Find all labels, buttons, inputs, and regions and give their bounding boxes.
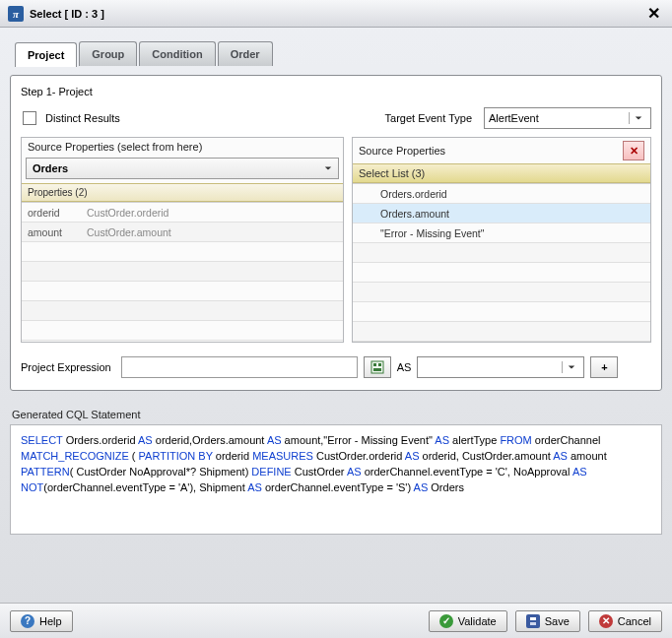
add-expression-button[interactable]: + (590, 356, 618, 378)
select-list-panel: Source Properties ✕ Select List (3) Orde… (352, 137, 651, 343)
as-label: AS (397, 361, 412, 373)
distinct-checkbox[interactable] (23, 111, 36, 125)
empty-row (353, 302, 650, 322)
properties-header-text: Properties (2) (28, 187, 88, 198)
validate-button[interactable]: ✓ Validate (429, 610, 507, 632)
dialog-body: Project Group Condition Order Step 1- Pr… (0, 28, 672, 603)
svg-rect-2 (378, 363, 381, 366)
expression-builder-button[interactable] (364, 356, 391, 378)
select-list-item[interactable]: Orders.orderid (353, 184, 650, 204)
project-expression-label: Project Expression (21, 361, 111, 373)
save-label: Save (545, 615, 570, 627)
empty-row (22, 282, 343, 301)
close-button[interactable]: ✕ (643, 4, 664, 23)
chevron-down-icon (324, 162, 332, 174)
target-event-type-value: AlertEvent (489, 112, 539, 124)
help-label: Help (39, 615, 62, 627)
select-list-title: Source Properties (359, 145, 445, 157)
svg-rect-1 (373, 363, 376, 366)
select-list-item-label: "Error - Missing Event" (380, 227, 484, 239)
properties-header[interactable]: Properties (2) (22, 183, 343, 202)
save-button[interactable]: Save (515, 610, 580, 632)
property-row[interactable]: orderid CustOrder.orderid (22, 203, 343, 223)
select-list-item[interactable]: "Error - Missing Event" (353, 223, 650, 243)
tab-project[interactable]: Project (15, 42, 77, 67)
select-list-item[interactable]: Orders.amount (353, 204, 650, 223)
cancel-label: Cancel (618, 615, 651, 627)
help-icon: ? (21, 614, 34, 628)
svg-rect-6 (530, 622, 536, 625)
chevron-down-icon (629, 112, 646, 124)
mid-grid: Source Properties (select from here) Ord… (21, 137, 651, 343)
property-name: orderid (28, 207, 87, 219)
source-properties-panel: Source Properties (select from here) Ord… (21, 137, 344, 343)
source-stream-value: Orders (33, 162, 68, 174)
target-event-type-select[interactable]: AlertEvent (484, 107, 651, 129)
select-list-item-label: Orders.amount (380, 208, 449, 220)
target-event-type-label: Target Event Type (385, 112, 472, 124)
source-properties-title-text: Source Properties (select from here) (28, 141, 202, 153)
empty-row (22, 262, 343, 282)
empty-row (353, 283, 650, 302)
tab-group[interactable]: Group (79, 41, 137, 66)
help-button[interactable]: ? Help (10, 610, 73, 632)
cql-title: Generated CQL Statement (12, 409, 662, 420)
titlebar: π Select [ ID : 3 ] ✕ (0, 0, 672, 28)
properties-grid: orderid CustOrder.orderid amount CustOrd… (22, 202, 343, 341)
svg-rect-0 (371, 361, 383, 373)
step-title: Step 1- Project (21, 86, 651, 97)
empty-row (353, 263, 650, 283)
window-title: Select [ ID : 3 ] (30, 8, 104, 20)
source-properties-title: Source Properties (select from here) (22, 138, 343, 156)
select-list-grid: Orders.orderid Orders.amount "Error - Mi… (353, 183, 650, 342)
empty-row (353, 322, 650, 342)
project-expression-row: Project Expression AS + (21, 356, 651, 378)
property-name: amount (28, 226, 87, 238)
tab-panel-project: Step 1- Project Distinct Results Target … (10, 75, 662, 391)
tabs: Project Group Condition Order (15, 41, 662, 66)
footer: ? Help ✓ Validate Save ✕ Cancel (0, 603, 672, 638)
select-list-item-label: Orders.orderid (380, 188, 447, 200)
check-icon: ✓ (439, 614, 453, 628)
dialog-window: π Select [ ID : 3 ] ✕ Project Group Cond… (0, 0, 672, 638)
cql-section: Generated CQL Statement SELECT Orders.or… (10, 405, 662, 535)
cql-statement-box: SELECT Orders.orderid AS orderid,Orders.… (10, 424, 662, 535)
expression-icon (370, 360, 384, 374)
distinct-label: Distinct Results (45, 112, 120, 124)
project-expression-input[interactable] (121, 356, 358, 378)
chevron-down-icon (562, 361, 579, 373)
source-stream-select[interactable]: Orders (26, 158, 339, 179)
empty-row (22, 321, 343, 341)
tab-order[interactable]: Order (218, 41, 273, 66)
save-icon (526, 614, 540, 628)
as-alias-select[interactable] (417, 356, 584, 378)
pi-icon: π (8, 6, 24, 22)
empty-row (22, 301, 343, 321)
empty-row (22, 242, 343, 262)
tab-condition[interactable]: Condition (139, 41, 215, 66)
property-row[interactable]: amount CustOrder.amount (22, 223, 343, 242)
svg-rect-3 (373, 368, 381, 371)
distinct-target-row: Distinct Results Target Event Type Alert… (21, 107, 651, 129)
empty-row (353, 243, 650, 263)
svg-rect-5 (530, 617, 536, 620)
cancel-icon: ✕ (599, 614, 613, 628)
property-value: CustOrder.orderid (87, 207, 168, 219)
select-list-header[interactable]: Select List (3) (353, 163, 650, 183)
property-value: CustOrder.amount (87, 226, 171, 238)
cancel-button[interactable]: ✕ Cancel (588, 610, 662, 632)
select-list-title-row: Source Properties ✕ (353, 138, 650, 163)
select-list-header-text: Select List (3) (359, 167, 425, 179)
validate-label: Validate (458, 615, 497, 627)
delete-button[interactable]: ✕ (623, 141, 644, 160)
